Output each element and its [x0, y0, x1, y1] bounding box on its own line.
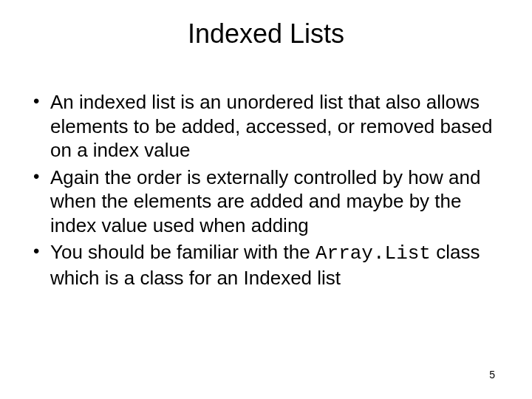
bullet-text: Again the order is externally controlled… — [50, 166, 480, 236]
code-text: Array.List — [316, 242, 431, 265]
list-item: An indexed list is an unordered list tha… — [30, 90, 510, 163]
slide-title: Indexed Lists — [22, 18, 510, 50]
list-item: Again the order is externally controlled… — [30, 166, 510, 238]
slide-container: Indexed Lists An indexed list is an unor… — [0, 0, 532, 399]
bullet-list: An indexed list is an unordered list tha… — [30, 90, 510, 290]
bullet-text-prefix: You should be familiar with the — [50, 241, 316, 263]
page-number: 5 — [489, 369, 495, 381]
bullet-text: An indexed list is an unordered list tha… — [50, 91, 492, 161]
slide-content: An indexed list is an unordered list tha… — [22, 90, 510, 290]
list-item: You should be familiar with the Array.Li… — [30, 240, 510, 290]
